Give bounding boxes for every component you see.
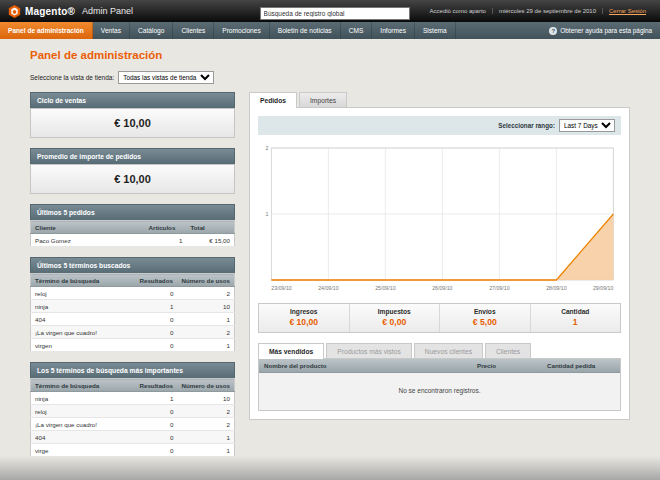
main-nav: Panel de administración Ventas Catálogo … [0,22,660,39]
col-items: Artículos [145,221,187,234]
svg-text:25/09/10: 25/09/10 [375,285,395,291]
admin-page: Magento® Admin Panel Accedió como aparto… [0,0,660,480]
chart-tabs: Pedidos Importes [249,92,630,107]
table-row[interactable]: virgen 0 1 [31,339,235,352]
footer-fade [0,456,660,480]
logged-in-as: Accedió como aparto [424,8,492,14]
table-row[interactable]: ¡La virgen que cuadro! 0 2 [31,326,235,339]
svg-text:23/09/10: 23/09/10 [271,285,291,291]
brand-suffix: Admin Panel [82,6,133,16]
store-view-label: Seleccione la vista de tienda: [30,74,114,81]
average-order-title: Promedio de importe de pedidos [30,148,235,164]
table-row[interactable]: ninja 1 10 [31,300,235,313]
col-total: Total [187,221,235,234]
help-icon: ? [549,27,557,35]
grid-tabs: Más vendidos Productos más vistos Nuevos… [258,343,621,358]
top-search-table: Término de búsqueda Resultados Número de… [30,378,235,457]
nav-item-system[interactable]: Sistema [415,22,456,39]
help-label: Obtener ayuda para esta página [560,27,652,34]
table-row[interactable]: Paco Gomez 1 € 15,00 [31,234,235,247]
lifetime-sales-value: € 10,00 [30,108,235,138]
stat-shipping: Envíos € 5,00 [440,304,531,332]
nav-item-dashboard[interactable]: Panel de administración [0,22,93,39]
tab-customers[interactable]: Clientes [485,343,531,358]
range-select[interactable]: Last 7 Days [559,119,615,132]
store-view-row: Seleccione la vista de tienda: Todas las… [30,71,630,84]
bestsellers-grid: Nombre del producto Precio Cantidad pedi… [258,358,621,411]
last-search-title: Últimos 5 términos buscados [30,257,235,273]
nav-item-catalog[interactable]: Catálogo [130,22,173,39]
last-orders-table: Cliente Artículos Total Paco Gomez 1 € 1… [30,220,235,247]
dashboard-left-column: Ciclo de ventas € 10,00 Promedio de impo… [30,92,235,467]
col-search-term: Término de búsqueda [31,379,136,392]
col-price: Precio [472,359,542,373]
top-bar: Magento® Admin Panel Accedió como aparto… [0,0,660,22]
svg-text:27/09/10: 27/09/10 [489,285,509,291]
chart-panel: Seleccionar rango: Last 7 Days 23/09/102… [249,107,630,420]
table-row[interactable]: ¡La virgen que cuadro! 0 2 [31,418,235,431]
tab-most-viewed[interactable]: Productos más vistos [326,343,412,358]
tab-orders[interactable]: Pedidos [249,92,297,108]
table-row[interactable]: reloj 0 2 [31,287,235,300]
top-meta: Accedió como aparto miércoles 29 de sept… [424,8,652,14]
svg-text:1: 1 [266,211,269,217]
svg-text:24/09/10: 24/09/10 [318,285,338,291]
tab-bestsellers[interactable]: Más vendidos [258,343,324,359]
table-row[interactable]: ninja 1 10 [31,392,235,405]
col-qty-ordered: Cantidad pedida [542,359,620,373]
lifetime-sales-title: Ciclo de ventas [30,92,235,108]
nav-item-customers[interactable]: Clientes [173,22,214,39]
table-row[interactable]: 404 0 1 [31,431,235,444]
col-product-name: Nombre del producto [259,359,472,373]
stat-revenue: Ingresos € 10,00 [259,304,350,332]
nav-item-reports[interactable]: Informes [372,22,415,39]
nav-item-cms[interactable]: CMS [341,22,373,39]
store-view-select[interactable]: Todas las vistas de tienda [118,71,214,84]
brand-name: Magento® [25,6,75,17]
range-label: Seleccionar rango: [498,122,555,129]
table-row[interactable]: 404 0 1 [31,313,235,326]
col-results: Resultados [136,274,178,287]
top-search-title: Los 5 términos de búsqueda más important… [30,362,235,378]
nav-item-promotions[interactable]: Promociones [214,22,269,39]
svg-text:2: 2 [266,145,269,151]
col-search-term: Término de búsqueda [31,274,136,287]
svg-text:28/09/10: 28/09/10 [546,285,566,291]
col-customer: Cliente [31,221,145,234]
table-row[interactable]: virge 0 1 [31,444,235,457]
svg-text:29/09/10: 29/09/10 [593,285,613,291]
current-date: miércoles 29 de septiembre de 2010 [492,8,602,14]
global-search-input[interactable] [260,7,410,20]
logout-link[interactable]: Cerrar Sesión [602,8,652,14]
orders-chart: 23/09/1024/09/1025/09/1026/09/1027/09/10… [258,142,621,294]
global-search [260,2,410,20]
average-order-value: € 10,00 [30,164,235,194]
svg-text:26/09/10: 26/09/10 [432,285,452,291]
nav-item-newsletter[interactable]: Boletín de noticias [270,22,341,39]
col-uses: Número de usos [178,379,235,392]
tab-amounts[interactable]: Importes [299,92,347,107]
col-uses: Número de usos [178,274,235,287]
page-title: Panel de administración [30,49,660,61]
stat-quantity: Cantidad 1 [531,304,621,332]
col-results: Resultados [136,379,178,392]
last-orders-title: Últimos 5 pedidos [30,204,235,220]
help-link[interactable]: ? Obtener ayuda para esta página [549,22,660,39]
range-selector-row: Seleccionar rango: Last 7 Days [258,116,621,135]
empty-grid-message: No se encontraron registros. [259,373,620,410]
tab-new-customers[interactable]: Nuevos clientes [414,343,483,358]
totals-bar: Ingresos € 10,00 Impuestos € 0,00 Envíos… [258,303,621,333]
table-row[interactable]: reloj 0 2 [31,405,235,418]
magento-logo: Magento® Admin Panel [8,5,133,18]
dashboard-right-column: Pedidos Importes Seleccionar rango: Last… [249,92,630,420]
orders-chart-svg: 23/09/1024/09/1025/09/1026/09/1027/09/10… [258,142,621,294]
last-search-table: Término de búsqueda Resultados Número de… [30,273,235,352]
nav-item-sales[interactable]: Ventas [93,22,130,39]
stat-tax: Impuestos € 0,00 [350,304,441,332]
magento-logo-icon [8,5,21,18]
